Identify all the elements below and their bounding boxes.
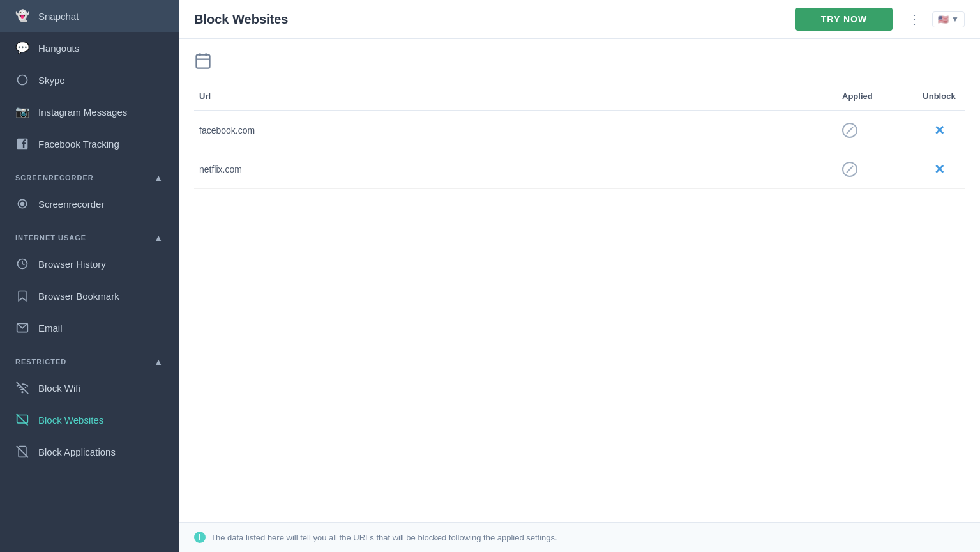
sidebar-item-block-websites[interactable]: Block Websites (0, 404, 179, 436)
main-content: Block Websites TRY NOW ⋮ 🇺🇸 ▼ Url Applie… (179, 0, 980, 552)
sidebar-item-label: Browser History (38, 259, 106, 270)
try-now-button[interactable]: TRY NOW (795, 8, 893, 31)
svg-point-5 (22, 392, 23, 393)
language-selector[interactable]: 🇺🇸 ▼ (932, 12, 965, 27)
section-header-internet-usage[interactable]: INTERNET USAGE ▲ (0, 225, 179, 248)
instagram-icon: 📷 (15, 105, 29, 119)
sidebar-item-label: Block Websites (38, 415, 103, 425)
url-cell: netflix.com (194, 157, 837, 182)
clock-icon (15, 257, 29, 271)
svg-line-7 (17, 414, 28, 425)
sidebar-item-facebook-tracking[interactable]: Facebook Tracking (0, 128, 179, 160)
sidebar-item-block-wifi[interactable]: Block Wifi (0, 372, 179, 404)
sidebar-item-screenrecorder[interactable]: Screenrecorder (0, 188, 179, 220)
sidebar-item-browser-history[interactable]: Browser History (0, 248, 179, 280)
chevron-up-icon: ▲ (154, 356, 163, 367)
applied-cell (837, 115, 914, 146)
sidebar-item-label: Skype (38, 75, 65, 86)
calendar-icon (194, 52, 212, 70)
sidebar-item-label: Screenrecorder (38, 199, 104, 210)
section-label: RESTRICTED (15, 358, 66, 365)
col-url: Url (194, 88, 837, 105)
block-applied-icon (842, 123, 857, 138)
calendar-icon-area (194, 52, 965, 72)
sidebar-item-label: Facebook Tracking (38, 139, 119, 150)
sidebar-item-block-applications[interactable]: Block Applications (0, 436, 179, 468)
more-options-icon[interactable]: ⋮ (903, 9, 926, 29)
hangouts-icon: 💬 (15, 41, 29, 55)
chevron-up-icon: ▲ (154, 233, 163, 243)
bookmark-icon (15, 289, 29, 303)
sidebar-item-label: Email (38, 323, 63, 334)
skype-icon (15, 73, 29, 87)
table-header: Url Applied Unblock (194, 82, 965, 111)
sidebar-item-label: Instagram Messages (38, 107, 127, 118)
table-row: netflix.com ✕ (194, 150, 965, 189)
flag-icon: 🇺🇸 (938, 15, 949, 24)
table-row: facebook.com ✕ (194, 111, 965, 150)
unblock-cell[interactable]: ✕ (914, 114, 965, 147)
sidebar-item-email[interactable]: Email (0, 312, 179, 344)
content-area: Url Applied Unblock facebook.com ✕ netfl… (179, 39, 980, 522)
svg-rect-10 (197, 55, 210, 68)
sidebar-item-browser-bookmark[interactable]: Browser Bookmark (0, 280, 179, 312)
unblock-button[interactable]: ✕ (930, 121, 949, 139)
section-label: SCREENRECORDER (15, 174, 94, 181)
sidebar-item-snapchat[interactable]: 👻 Snapchat (0, 0, 179, 32)
snapchat-icon: 👻 (15, 9, 29, 23)
unblock-button[interactable]: ✕ (930, 160, 949, 178)
section-header-restricted[interactable]: RESTRICTED ▲ (0, 349, 179, 372)
url-cell: facebook.com (194, 118, 837, 143)
sidebar-item-label: Block Wifi (38, 383, 80, 394)
block-websites-icon (15, 413, 29, 427)
col-unblock: Unblock (914, 88, 965, 105)
chevron-down-icon: ▼ (951, 15, 959, 24)
section-label: INTERNET USAGE (15, 234, 86, 241)
sidebar-item-label: Hangouts (38, 43, 79, 54)
chevron-up-icon: ▲ (154, 172, 163, 183)
col-applied: Applied (837, 88, 914, 105)
footer-bar: i The data listed here will tell you all… (179, 522, 980, 552)
block-applied-icon (842, 162, 857, 177)
applied-cell (837, 154, 914, 185)
page-title: Block Websites (194, 12, 785, 27)
sidebar-item-label: Browser Bookmark (38, 291, 119, 302)
facebook-icon (15, 137, 29, 151)
section-header-screenrecorder[interactable]: SCREENRECORDER ▲ (0, 165, 179, 188)
sidebar-item-hangouts[interactable]: 💬 Hangouts (0, 32, 179, 64)
wifi-off-icon (15, 381, 29, 395)
footer-info-text: The data listed here will tell you all t… (211, 533, 557, 542)
sidebar: 👻 Snapchat 💬 Hangouts Skype 📷 Instagram … (0, 0, 179, 552)
block-app-icon (15, 445, 29, 459)
info-icon: i (194, 532, 206, 543)
unblock-cell[interactable]: ✕ (914, 153, 965, 186)
main-header: Block Websites TRY NOW ⋮ 🇺🇸 ▼ (179, 0, 980, 39)
sidebar-item-skype[interactable]: Skype (0, 64, 179, 96)
email-icon (15, 321, 29, 335)
screenrecorder-icon (15, 197, 29, 211)
svg-point-1 (20, 202, 25, 206)
sidebar-item-instagram[interactable]: 📷 Instagram Messages (0, 96, 179, 128)
sidebar-item-label: Snapchat (38, 11, 79, 22)
sidebar-item-label: Block Applications (38, 447, 116, 457)
header-actions: ⋮ 🇺🇸 ▼ (903, 9, 965, 29)
